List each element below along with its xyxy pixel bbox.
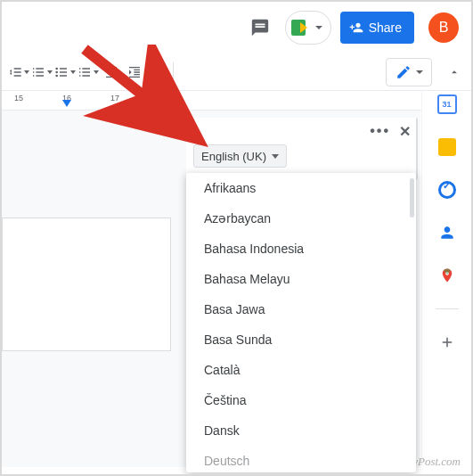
numbered-list-icon — [77, 65, 92, 79]
current-language-dropdown[interactable]: English (UK) — [193, 144, 287, 168]
keep-addon-button[interactable] — [437, 137, 457, 157]
panel-header: ••• ✕ — [186, 118, 416, 144]
separator — [436, 308, 459, 309]
tasks-addon-button[interactable] — [437, 180, 457, 200]
pencil-icon — [396, 64, 412, 80]
svg-point-0 — [55, 67, 58, 70]
current-language-label: English (UK) — [201, 150, 266, 163]
plus-icon — [439, 334, 455, 350]
ruler[interactable]: 15 16 17 18 — [2, 91, 471, 111]
language-option[interactable]: Bahasa Melayu — [186, 264, 416, 294]
keep-icon — [438, 138, 456, 156]
svg-point-2 — [55, 74, 58, 77]
maps-pin-icon — [439, 266, 455, 285]
meet-icon — [291, 18, 311, 37]
comment-icon — [250, 18, 270, 37]
comment-history-button[interactable] — [244, 12, 276, 44]
decrease-indent-button[interactable] — [100, 59, 123, 86]
language-option[interactable]: Bahasa Indonesia — [186, 234, 416, 264]
line-spacing-button[interactable] — [7, 59, 30, 86]
language-option[interactable]: Afrikaans — [186, 173, 416, 203]
numbered-list-button[interactable] — [77, 59, 100, 86]
person-add-icon — [349, 21, 363, 35]
language-option[interactable]: Azərbaycan — [186, 203, 416, 234]
language-option[interactable]: Čeština — [186, 385, 416, 415]
person-icon — [438, 224, 456, 242]
get-addons-button[interactable] — [437, 332, 457, 352]
line-spacing-icon — [8, 65, 22, 79]
language-option[interactable]: Dansk — [186, 415, 416, 446]
ruler-tick: 15 — [14, 94, 23, 103]
drag-handle-icon[interactable]: ••• — [370, 123, 390, 139]
language-list: Afrikaans Azərbaycan Bahasa Indonesia Ba… — [186, 173, 416, 472]
close-button[interactable]: ✕ — [399, 123, 411, 140]
checklist-icon — [31, 65, 45, 79]
ruler-margin-marker[interactable] — [62, 100, 71, 107]
tasks-icon — [438, 181, 456, 199]
clear-format-icon — [151, 65, 165, 79]
language-option[interactable]: Basa Jawa — [186, 294, 416, 324]
maps-addon-button[interactable] — [437, 266, 457, 285]
ruler-tick: 18 — [159, 94, 167, 103]
ruler-tick: 17 — [110, 94, 119, 103]
indent-decrease-icon — [104, 65, 118, 79]
checklist-button[interactable] — [30, 59, 53, 86]
language-panel: ••• ✕ English (UK) Afrikaans Azərbaycan … — [186, 118, 416, 472]
share-label: Share — [369, 21, 402, 35]
scrollbar[interactable] — [410, 178, 414, 217]
clear-formatting-button[interactable] — [146, 59, 169, 86]
avatar-letter: B — [439, 20, 449, 36]
contacts-addon-button[interactable] — [437, 223, 457, 242]
app-header: Share B — [2, 2, 471, 53]
language-option[interactable]: Basa Sunda — [186, 324, 416, 355]
language-option[interactable]: Català — [186, 355, 416, 385]
indent-increase-icon — [127, 65, 142, 79]
side-panel — [421, 91, 471, 465]
page-edge — [2, 217, 171, 351]
chevron-up-icon — [448, 66, 461, 78]
calendar-addon-button[interactable] — [437, 94, 457, 114]
account-avatar[interactable]: B — [428, 12, 459, 43]
bullet-list-icon — [54, 65, 69, 79]
language-option[interactable]: Deutsch — [186, 446, 416, 472]
caret-down-icon — [415, 68, 424, 77]
meet-button[interactable] — [285, 11, 331, 45]
share-button[interactable]: Share — [340, 12, 414, 44]
editing-mode-button[interactable] — [386, 58, 432, 86]
calendar-icon — [437, 94, 457, 114]
caret-down-icon — [314, 23, 323, 32]
collapse-toolbar-button[interactable] — [443, 59, 466, 86]
toolbar — [2, 53, 471, 91]
svg-point-1 — [55, 70, 58, 73]
bulleted-list-button[interactable] — [53, 59, 77, 86]
separator — [173, 62, 174, 82]
increase-indent-button[interactable] — [123, 59, 146, 86]
